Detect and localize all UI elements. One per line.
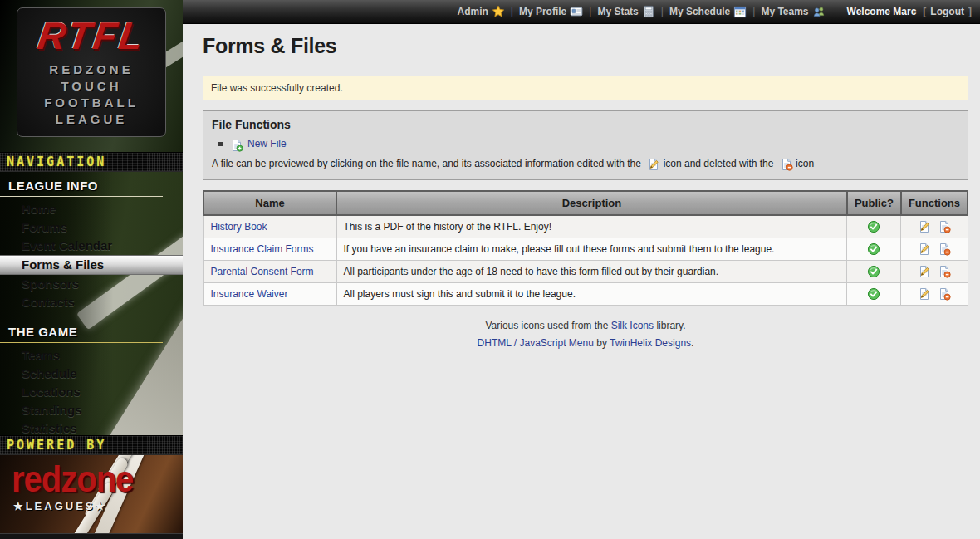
table-row: Parental Consent Form All participants u… [203, 261, 968, 283]
sidebar-item-forms-files[interactable]: Forms & Files [0, 255, 183, 275]
edit-file-button[interactable] [918, 220, 931, 233]
page-delete-icon [938, 265, 951, 278]
public-accept-icon [867, 287, 880, 301]
page-edit-icon [918, 220, 931, 233]
file-description: All players must sign this and submit it… [336, 283, 847, 306]
main-area: Admin | My Profile | My Stats | My Sched… [183, 0, 980, 539]
files-table-body: History Book This is a PDF of the histor… [203, 215, 968, 306]
logo-acronym: RTFL [35, 17, 147, 55]
page-edit-icon [645, 158, 659, 171]
edit-file-button[interactable] [918, 243, 931, 256]
logo-line: FOOTBALL [44, 95, 139, 111]
sidebar-nav: LEAGUE INFO Home Forums Event Calendar F… [0, 172, 183, 435]
delete-file-button[interactable] [938, 220, 951, 233]
my-profile-menu-item[interactable]: My Profile [519, 5, 583, 18]
help-text-segment: A file can be previewed by clicking on t… [212, 158, 641, 169]
sidebar-item-locations[interactable]: Locations [0, 383, 183, 401]
topbar-user: Welcome Marc [ Logout ] [847, 6, 972, 17]
twinhelix-designs-link[interactable]: TwinHelix Designs [610, 337, 691, 349]
delete-file-button[interactable] [938, 265, 951, 278]
credits-twinhelix: DHTML / JavaScript Menu by TwinHelix Des… [203, 337, 968, 349]
twinhelix-menu-link[interactable]: DHTML / JavaScript Menu [478, 337, 594, 349]
page-add-icon [230, 137, 243, 150]
sidebar-item-schedule[interactable]: Schedule [0, 365, 183, 383]
table-header-row: Name Description Public? Functions [203, 191, 968, 215]
navigation-header-label: NAVIGATION [7, 154, 106, 169]
logout-link[interactable]: Logout [930, 6, 964, 17]
file-name-link[interactable]: Insurance Claim Forms [211, 243, 314, 255]
credit-text: library. [656, 320, 685, 331]
help-text-segment: icon and deleted with the [664, 158, 774, 169]
topbar-menu: Admin | My Profile | My Stats | My Sched… [457, 5, 825, 18]
page-edit-icon [918, 287, 931, 301]
vcard-icon [570, 5, 583, 18]
menu-separator: | [589, 6, 591, 17]
sidebar-item-standings[interactable]: Standings [0, 401, 183, 419]
bracket-close: ] [968, 6, 972, 17]
file-name-link[interactable]: Insurance Waiver [211, 288, 288, 300]
sidebar-item-event-calendar[interactable]: Event Calendar [0, 237, 183, 255]
sidebar-item-sponsors[interactable]: Sponsors [0, 275, 183, 293]
file-description: All participants under the age of 18 nee… [336, 261, 847, 283]
my-teams-menu-item[interactable]: My Teams [761, 5, 825, 18]
silk-icons-link[interactable]: Silk Icons [611, 320, 654, 331]
my-stats-label: My Stats [597, 6, 638, 17]
table-row: History Book This is a PDF of the histor… [203, 215, 968, 238]
public-accept-icon [867, 265, 880, 278]
help-text-segment: icon [796, 158, 814, 169]
logo-line: REDZONE [49, 61, 133, 78]
table-row: Insurance Waiver All players must sign t… [203, 283, 968, 306]
col-header-functions: Functions [901, 191, 968, 215]
file-name-link[interactable]: History Book [211, 221, 267, 233]
page-content: Forms & Files File was successfully crea… [183, 34, 980, 349]
league-logo[interactable]: RTFL REDZONE TOUCH FOOTBALL LEAGUE [0, 0, 183, 152]
file-functions-panel: File Functions New File A file can be pr… [203, 110, 968, 180]
page-edit-icon [918, 243, 931, 256]
calendar-icon [733, 5, 747, 18]
app-root: RTFL REDZONE TOUCH FOOTBALL LEAGUE NAVIG… [0, 0, 980, 539]
delete-file-button[interactable] [938, 287, 951, 301]
sidebar-item-teams[interactable]: Teams [0, 346, 183, 365]
public-accept-icon [867, 220, 880, 233]
table-row: Insurance Claim Forms If you have an ins… [203, 238, 968, 261]
file-description: This is a PDF of the history of the RTFL… [336, 215, 847, 238]
my-schedule-menu-item[interactable]: My Schedule [669, 5, 747, 18]
welcome-text: Welcome Marc [847, 6, 917, 17]
sidebar-item-contacts[interactable]: Contacts [0, 293, 183, 311]
list-bullet [218, 142, 223, 146]
my-stats-menu-item[interactable]: My Stats [597, 5, 654, 18]
section-title-the-game: THE GAME [0, 323, 163, 343]
page-delete-icon [938, 243, 951, 256]
sidebar-item-forums[interactable]: Forums [0, 218, 183, 237]
admin-menu-item[interactable]: Admin [457, 5, 504, 18]
page-delete-icon [938, 287, 951, 301]
panel-help-text: A file can be previewed by clicking on t… [212, 158, 959, 171]
calculator-icon [642, 5, 655, 18]
sidebar: RTFL REDZONE TOUCH FOOTBALL LEAGUE NAVIG… [0, 0, 183, 539]
page-edit-icon [918, 265, 931, 278]
edit-file-button[interactable] [918, 287, 931, 301]
sidebar-item-home[interactable]: Home [0, 200, 183, 218]
new-file-link[interactable]: New File [247, 138, 287, 149]
credit-text: . [691, 337, 693, 349]
logo-line: LEAGUE [56, 111, 128, 128]
col-header-name: Name [203, 191, 336, 215]
credit-text: Various icons used from the [485, 320, 608, 331]
my-profile-label: My Profile [519, 6, 566, 17]
my-teams-label: My Teams [761, 6, 808, 17]
delete-file-button[interactable] [938, 243, 951, 256]
panel-title: File Functions [212, 118, 959, 131]
my-schedule-label: My Schedule [669, 6, 730, 17]
page-title: Forms & Files [203, 34, 968, 66]
file-description: If you have an insurance claim to make, … [336, 238, 847, 261]
page-delete-icon [938, 220, 951, 233]
powered-by-label: POWERED BY [7, 438, 106, 453]
menu-separator: | [752, 6, 755, 17]
redzone-leagues-logo[interactable]: redzone ★LEAGUES★ [0, 455, 183, 533]
edit-file-button[interactable] [918, 265, 931, 278]
new-file-item: New File [217, 137, 959, 150]
logo-line: TOUCH [61, 78, 121, 95]
file-name-link[interactable]: Parental Consent Form [211, 266, 314, 277]
flash-message: File was successfully created. [203, 76, 968, 100]
sidebar-item-statistics[interactable]: Statistics [0, 419, 183, 435]
